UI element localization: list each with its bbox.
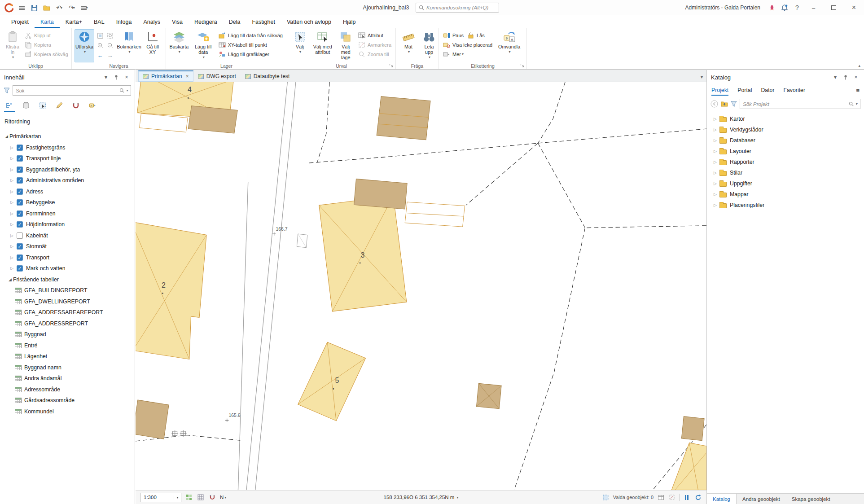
zoom-to-selection-icon[interactable] <box>105 31 114 40</box>
menu-icon[interactable] <box>16 2 27 13</box>
copy-button[interactable]: Kopiera <box>23 40 70 49</box>
contents-table-row[interactable]: Kommundel <box>0 406 135 417</box>
ribbon-tab[interactable]: Dela <box>223 17 246 28</box>
expand-icon[interactable]: ▷ <box>9 189 15 194</box>
up-one-level-icon[interactable] <box>721 101 728 107</box>
command-search-input[interactable]: Kommandosökning (Alt+Q) <box>416 3 499 13</box>
contents-search-input[interactable]: Sök ▾ <box>13 85 131 96</box>
catalog-tab[interactable]: Portal <box>737 87 752 96</box>
expand-icon[interactable]: ▷ <box>9 266 15 271</box>
ribbon-tab[interactable]: Karta+ <box>60 17 88 28</box>
pause-labeling-button[interactable]: Paus <box>441 31 465 40</box>
fixed-zoom-out-icon[interactable] <box>105 41 114 50</box>
expand-icon[interactable]: ▷ <box>712 171 718 175</box>
catalog-search-input[interactable]: Sök Projekt ▾ <box>740 99 860 109</box>
ribbon-tab[interactable]: Infoga <box>110 17 138 28</box>
contents-layer-row[interactable]: ▷ ✓ Adress <box>0 186 135 197</box>
pause-drawing-button[interactable] <box>683 493 691 501</box>
list-by-snapping-icon[interactable] <box>71 101 81 110</box>
layer-visibility-checkbox[interactable]: ✓ <box>17 177 23 184</box>
catalog-tab[interactable]: Dator <box>761 87 774 96</box>
expand-icon[interactable]: ▷ <box>9 178 15 183</box>
list-by-selection-icon[interactable] <box>38 101 48 110</box>
measure-button[interactable]: Mät▾ <box>399 29 418 62</box>
layer-visibility-checkbox[interactable]: ✓ <box>17 221 23 228</box>
select-by-location-button[interactable]: Välj med läge <box>336 29 356 62</box>
catalog-item-row[interactable]: ▷ Mappar <box>707 189 864 200</box>
contents-table-row[interactable]: Lägenhet <box>0 351 135 362</box>
map-viewport[interactable]: 4 2 3 5 166.7 165.6 <box>136 82 706 490</box>
redo-icon[interactable]: ↷▾ <box>66 2 77 13</box>
paste-button[interactable]: Klistra in▾ <box>3 29 22 62</box>
filter-icon[interactable] <box>4 88 10 93</box>
catalog-item-row[interactable]: ▷ Verktygslådor <box>707 124 864 135</box>
fixed-zoom-in-icon[interactable] <box>96 41 105 50</box>
ribbon-tab[interactable]: Karta <box>35 17 60 28</box>
catalog-menu-icon[interactable]: ≡ <box>856 87 860 94</box>
expand-icon[interactable]: ▷ <box>712 203 718 207</box>
close-pane-icon[interactable]: × <box>852 73 860 81</box>
contents-table-row[interactable]: GFA_ADDRESSREPORT <box>0 318 135 329</box>
rocket-icon[interactable] <box>767 2 777 13</box>
deselect-button[interactable]: Avmarkera <box>356 40 393 49</box>
bookmarks-button[interactable]: Bokmärken▾ <box>117 29 141 62</box>
building-bottom-right-brown[interactable] <box>681 416 704 441</box>
catalog-tab[interactable]: Favoriter <box>783 87 805 96</box>
layer-visibility-checkbox[interactable]: ✓ <box>17 199 23 206</box>
ribbon-tab[interactable]: BAL <box>88 17 110 28</box>
list-by-labeling-icon[interactable]: A <box>88 101 97 110</box>
zoom-to-selection-button[interactable]: Zooma till <box>356 49 393 59</box>
next-extent-icon[interactable]: → <box>105 51 114 60</box>
scale-select[interactable]: 1:300 ▾ <box>140 493 181 502</box>
contents-layer-row[interactable]: ▷ Kabelnät <box>0 230 135 241</box>
expand-icon[interactable]: ▷ <box>712 127 718 132</box>
contents-layer-row[interactable]: ▷ ✓ Transport <box>0 252 135 263</box>
open-project-icon[interactable] <box>41 2 52 13</box>
locate-button[interactable]: Leta upp▾ <box>419 29 439 62</box>
select-button[interactable]: Välj▾ <box>290 29 310 62</box>
expand-icon[interactable]: ▷ <box>712 117 718 121</box>
ribbon-tab[interactable]: Vatten och avlopp <box>281 17 337 28</box>
expand-icon[interactable]: ▷ <box>712 149 718 153</box>
layer-visibility-checkbox[interactable] <box>17 232 23 239</box>
collapse-icon[interactable]: ◢ <box>4 134 9 139</box>
buildings[interactable] <box>136 82 706 490</box>
previous-extent-icon[interactable]: ← <box>96 51 105 60</box>
layer-visibility-checkbox[interactable]: ✓ <box>17 145 23 151</box>
save-icon[interactable] <box>29 2 39 13</box>
contents-table-row[interactable]: GFA_DWELLINGREPORT <box>0 296 135 307</box>
contents-table-row[interactable]: Andra ändamål <box>0 373 135 384</box>
convert-labels-button[interactable]: 9A Omvandla▾ <box>497 29 521 62</box>
collapse-icon[interactable]: ◢ <box>7 277 13 282</box>
bottom-pane-tab[interactable]: Ändra geoobjekt <box>737 494 786 504</box>
more-labeling-button[interactable]: Mer▾ <box>441 49 497 59</box>
ribbon-tab[interactable]: Visa <box>166 17 189 28</box>
explore-button[interactable]: Utforska▾ <box>75 29 94 62</box>
add-data-from-path-button[interactable]: Lägg till data från sökväg <box>217 31 285 40</box>
scale-chevron-icon[interactable]: ▾ <box>174 495 181 500</box>
contents-table-row[interactable]: Byggnad <box>0 329 135 340</box>
building-3-extension[interactable] <box>405 202 465 227</box>
expand-icon[interactable]: ▷ <box>9 222 15 227</box>
list-by-drawing-order-icon[interactable] <box>4 101 14 110</box>
snapping-toggle-icon[interactable] <box>208 493 216 501</box>
filter-icon[interactable] <box>731 101 737 107</box>
building-4-outline[interactable] <box>140 114 188 132</box>
select-by-attributes-button[interactable]: Välj med attribut <box>311 29 335 62</box>
attribute-table-icon[interactable] <box>657 493 665 501</box>
contents-table-row[interactable]: GFA_ADDRESSAREAREPORT <box>0 307 135 318</box>
contents-layer-row[interactable]: ▷ ✓ Administrativa områden <box>0 175 135 186</box>
minimize-button[interactable]: – <box>803 0 824 15</box>
ribbon-tab[interactable]: Redigera <box>189 17 223 28</box>
expand-icon[interactable]: ▷ <box>9 167 15 172</box>
close-pane-icon[interactable]: × <box>123 73 131 81</box>
building-3-annex[interactable] <box>354 179 408 209</box>
list-by-data-source-icon[interactable] <box>21 101 31 110</box>
help-icon[interactable]: ? <box>792 2 803 13</box>
expand-icon[interactable]: ▷ <box>712 192 718 197</box>
lock-labels-button[interactable]: Lås <box>465 31 487 40</box>
full-extent-icon[interactable] <box>96 31 105 40</box>
pin-icon[interactable] <box>842 73 850 81</box>
map-view-tab[interactable]: DWG export × <box>193 70 241 82</box>
map-view-tab[interactable]: Primärkartan × <box>138 70 193 82</box>
